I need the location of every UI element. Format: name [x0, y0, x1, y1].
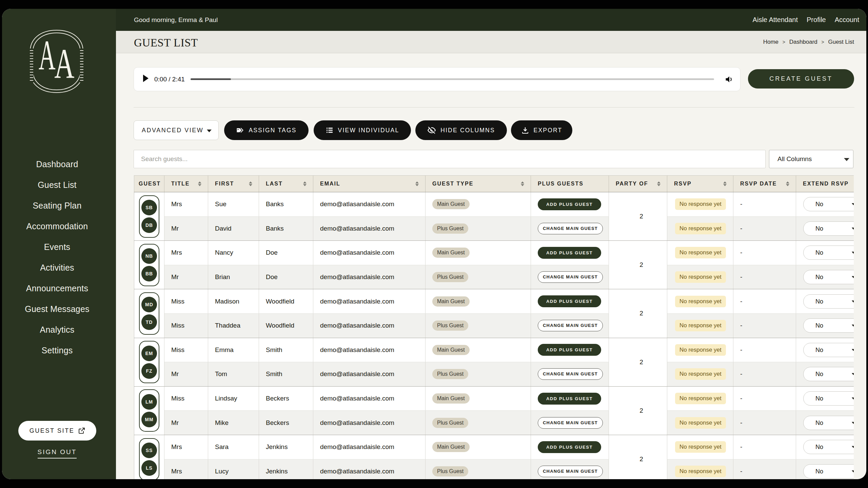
svg-text:A: A [54, 40, 74, 87]
svg-text:A: A [39, 32, 56, 79]
